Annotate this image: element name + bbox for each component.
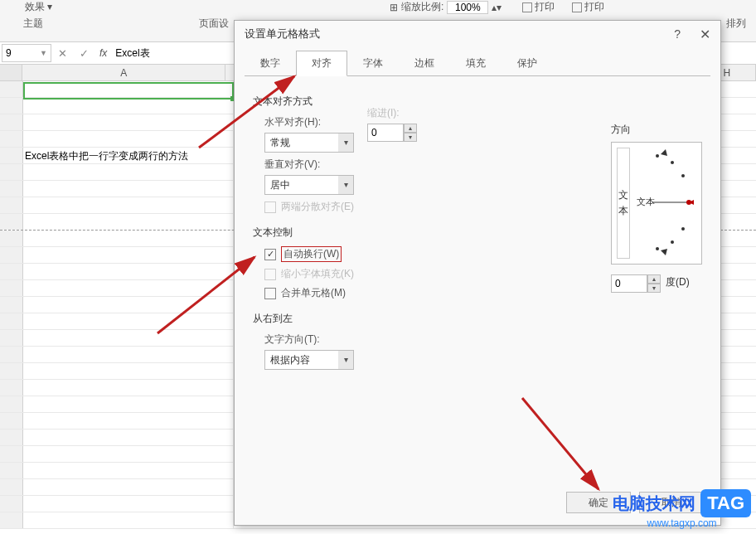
indent-decrement[interactable]: ▾ [404,133,417,142]
print-checkbox-2[interactable]: 打印 [572,0,604,14]
row-header[interactable] [0,479,23,495]
cell[interactable] [23,197,234,213]
svg-point-8 [671,240,674,244]
cell[interactable] [23,181,234,197]
svg-point-5 [656,154,659,158]
cell[interactable] [23,446,234,462]
name-box-value: 9 [6,47,12,59]
cell[interactable] [23,430,234,445]
row-header[interactable] [0,264,23,279]
row-header[interactable] [0,247,23,263]
row-header[interactable] [0,114,23,130]
print-checkbox-1[interactable]: 打印 [522,0,555,14]
orientation-panel[interactable]: 文 本 [611,142,702,265]
row-header[interactable] [0,496,23,512]
cell[interactable] [23,231,234,246]
cell[interactable] [23,164,234,180]
degree-decrement[interactable]: ▾ [647,284,661,293]
svg-point-7 [681,227,685,231]
row-header[interactable] [0,446,23,462]
degree-input[interactable] [611,274,647,293]
cell[interactable] [23,114,234,130]
column-header-A[interactable]: A [22,65,225,80]
row-header[interactable] [0,396,23,412]
row-header[interactable] [0,131,23,147]
row-header[interactable] [0,413,23,429]
horizontal-align-select[interactable]: 常规 ▾ [264,133,354,153]
cell[interactable] [23,264,234,279]
row-header[interactable] [0,164,23,180]
close-button[interactable]: ✕ [700,27,710,42]
row-header[interactable] [0,181,23,197]
cell[interactable] [23,247,234,263]
indent-input[interactable] [367,124,404,142]
cancel-formula-icon[interactable]: ✕ [51,47,73,60]
ribbon-page-setup[interactable]: 页面设 [199,17,229,31]
row-header[interactable] [0,98,23,114]
ribbon-theme[interactable]: 主题 [23,17,43,31]
row-header[interactable] [0,330,23,346]
row-header[interactable] [0,81,23,97]
svg-marker-6 [661,149,667,156]
zoom-spin[interactable]: ▴▾ [492,2,502,13]
row-header[interactable] [0,197,23,213]
fx-icon[interactable]: fx [94,47,112,59]
cell[interactable] [23,363,234,379]
select-all-cells[interactable] [0,65,22,80]
dialog-title-bar[interactable]: 设置单元格格式 ? ✕ [235,21,720,47]
orientation-arc[interactable]: 文本 [635,148,696,259]
horizontal-align-value: 常规 [270,136,290,150]
indent-increment[interactable]: ▴ [404,124,417,133]
cell[interactable] [23,98,234,114]
zoom-input[interactable] [447,1,488,14]
tab-fill[interactable]: 填充 [450,51,502,75]
cell[interactable] [23,512,234,528]
row-header[interactable] [0,297,23,313]
ribbon-effect[interactable]: 效果 ▾ [25,0,52,14]
row-header[interactable] [0,280,23,296]
row-header[interactable] [0,148,23,163]
tab-border[interactable]: 边框 [399,51,450,75]
row-header[interactable] [0,430,23,445]
vertical-align-select[interactable]: 居中 ▾ [264,175,354,195]
cell[interactable] [23,396,234,412]
cell[interactable] [23,330,234,346]
cell[interactable] [23,347,234,362]
cell[interactable] [23,496,234,512]
cell[interactable] [23,413,234,429]
row-header[interactable] [0,214,23,230]
name-box-dropdown-icon[interactable]: ▼ [40,49,47,57]
tab-number[interactable]: 数字 [245,51,296,75]
justify-distributed-label: 两端分散对齐(E) [281,200,354,214]
cell-A-content[interactable]: Excel表格中把一行字变成两行的方法 [23,148,234,163]
help-button[interactable]: ? [674,27,681,41]
row-header[interactable] [0,347,23,362]
cell[interactable] [23,463,234,478]
cell[interactable] [23,214,234,230]
cell[interactable] [23,380,234,396]
vertical-text-button[interactable]: 文 本 [617,148,630,259]
degree-increment[interactable]: ▴ [647,274,661,284]
degree-label: 度(D) [666,275,690,289]
row-header[interactable] [0,313,23,329]
name-box[interactable]: 9 ▼ [2,44,51,62]
row-header[interactable] [0,363,23,379]
tab-font[interactable]: 字体 [347,51,399,75]
text-direction-select[interactable]: 根据内容 ▾ [264,350,354,370]
cell[interactable] [23,297,234,313]
cell[interactable] [23,131,234,147]
tab-alignment[interactable]: 对齐 [296,51,347,76]
svg-point-3 [681,174,685,177]
row-header[interactable] [0,231,23,246]
cell[interactable] [23,81,234,97]
row-header[interactable] [0,380,23,396]
row-header[interactable] [0,512,23,528]
accept-formula-icon[interactable]: ✓ [73,47,94,60]
ribbon-arrange[interactable]: 排列 [726,17,746,31]
cell[interactable] [23,479,234,495]
cell[interactable] [23,313,234,329]
zoom-group: ⊞ 缩放比例: ▴▾ [390,0,502,14]
cell[interactable] [23,280,234,296]
row-header[interactable] [0,463,23,478]
tab-protection[interactable]: 保护 [502,51,553,75]
